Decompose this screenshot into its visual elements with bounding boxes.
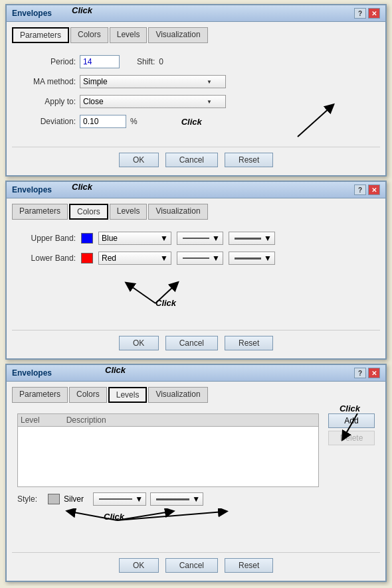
dialog-body-1: Parameters Colors Levels Visualization P… bbox=[7, 22, 385, 175]
ma-method-dropdown[interactable]: Simple ▼ bbox=[80, 75, 226, 88]
style-width-dropdown[interactable]: ▼ bbox=[150, 492, 203, 506]
title-buttons-3: ? ✕ bbox=[354, 368, 380, 378]
svg-line-3 bbox=[70, 512, 117, 520]
title-buttons-1: ? ✕ bbox=[354, 8, 380, 19]
upper-band-line-preview bbox=[183, 238, 209, 239]
add-button[interactable]: Add bbox=[328, 413, 375, 428]
tab-colors-2[interactable]: Colors bbox=[69, 204, 108, 220]
dialog-title-text-1: Envelopes bbox=[12, 9, 52, 18]
tab-colors-1[interactable]: Colors bbox=[70, 27, 108, 43]
ok-button-3[interactable]: OK bbox=[119, 558, 159, 573]
tab-visualization-1[interactable]: Visualization bbox=[148, 27, 207, 43]
upper-band-label: Upper Band: bbox=[23, 234, 76, 243]
ma-method-value: Simple bbox=[83, 77, 108, 86]
upper-band-line-style-dropdown[interactable]: ▼ bbox=[177, 232, 223, 245]
help-button-2[interactable]: ? bbox=[354, 184, 366, 195]
upper-band-swatch bbox=[81, 233, 93, 244]
tab-visualization-3[interactable]: Visualization bbox=[148, 387, 207, 403]
svg-line-1 bbox=[129, 285, 155, 303]
style-width-arrow: ▼ bbox=[192, 494, 200, 504]
style-line-arrow: ▼ bbox=[135, 494, 143, 504]
period-label: Period: bbox=[23, 57, 76, 66]
dialog-envelopes-2: Envelopes ? ✕ Parameters Colors Levels V… bbox=[5, 181, 387, 360]
tab-parameters-1[interactable]: Parameters bbox=[12, 27, 69, 43]
deviation-input[interactable] bbox=[80, 115, 126, 128]
period-input[interactable] bbox=[80, 55, 120, 68]
dialog-title-text-3: Envelopes bbox=[12, 368, 52, 378]
upper-band-width-preview bbox=[235, 238, 261, 240]
percent-label: % bbox=[130, 117, 138, 126]
level-col-header: Level bbox=[21, 415, 40, 425]
ok-button-1[interactable]: OK bbox=[119, 153, 159, 167]
style-label: Style: bbox=[17, 494, 44, 504]
close-button-2[interactable]: ✕ bbox=[368, 184, 380, 195]
tab-levels-3[interactable]: Levels bbox=[108, 387, 147, 403]
click-area-2: Click bbox=[23, 278, 369, 318]
levels-table-header: Level Description bbox=[18, 414, 318, 427]
dialog-envelopes-3: Envelopes ? ✕ Parameters Colors Levels V… bbox=[5, 364, 387, 582]
upper-band-color-dropdown[interactable]: Blue ▼ bbox=[98, 232, 171, 245]
lower-band-color-value: Red bbox=[102, 254, 116, 263]
style-line-style-dropdown[interactable]: ▼ bbox=[93, 492, 146, 506]
tab-visualization-2[interactable]: Visualization bbox=[148, 204, 207, 220]
lower-band-label: Lower Band: bbox=[23, 254, 76, 263]
shift-label: Shift: bbox=[137, 57, 155, 66]
deviation-row: Deviation: % Click bbox=[23, 115, 369, 128]
click-top-2: Click bbox=[72, 182, 92, 192]
apply-to-row: Apply to: Close ▼ bbox=[23, 95, 369, 108]
upper-band-color-value: Blue bbox=[102, 234, 118, 243]
tabs-1: Parameters Colors Levels Visualization bbox=[12, 27, 380, 43]
upper-band-row: Upper Band: Blue ▼ ▼ ▼ bbox=[23, 232, 369, 245]
description-col-header: Description bbox=[66, 415, 106, 425]
lower-band-row: Lower Band: Red ▼ ▼ ▼ bbox=[23, 252, 369, 265]
tab-levels-1[interactable]: Levels bbox=[110, 27, 147, 43]
form-area-1: Period: Shift: 0 MA method: Simple ▼ App… bbox=[12, 48, 380, 141]
apply-to-dropdown[interactable]: Close ▼ bbox=[80, 95, 226, 108]
cancel-button-1[interactable]: Cancel bbox=[165, 153, 218, 167]
lower-band-color-dropdown[interactable]: Red ▼ bbox=[98, 252, 171, 265]
click-add-3: Click bbox=[340, 404, 360, 413]
click-annotation-1: Click bbox=[181, 117, 202, 127]
apply-to-arrow: ▼ bbox=[207, 99, 212, 105]
delete-button[interactable]: Delete bbox=[328, 431, 375, 445]
ma-method-row: MA method: Simple ▼ bbox=[23, 75, 369, 88]
levels-main-row: Level Description Add Delete bbox=[17, 413, 375, 487]
dialog-title-2: Envelopes ? ✕ bbox=[7, 182, 385, 198]
reset-button-1[interactable]: Reset bbox=[225, 153, 273, 167]
deviation-label: Deviation: bbox=[23, 117, 76, 126]
ma-method-arrow: ▼ bbox=[207, 79, 212, 85]
ok-button-2[interactable]: OK bbox=[119, 336, 159, 350]
upper-band-width-dropdown[interactable]: ▼ bbox=[229, 232, 275, 245]
tab-colors-3[interactable]: Colors bbox=[69, 387, 107, 403]
period-row: Period: Shift: 0 bbox=[23, 55, 369, 68]
levels-table: Level Description bbox=[17, 413, 319, 487]
levels-content[interactable] bbox=[18, 427, 318, 486]
colors-form-area: Upper Band: Blue ▼ ▼ ▼ bbox=[12, 225, 380, 325]
shift-value: 0 bbox=[159, 57, 163, 66]
tab-parameters-2[interactable]: Parameters bbox=[12, 204, 68, 220]
click-area-3: Click bbox=[17, 508, 375, 542]
svg-line-5 bbox=[117, 512, 223, 520]
reset-button-3[interactable]: Reset bbox=[225, 558, 273, 573]
tab-levels-2[interactable]: Levels bbox=[110, 204, 147, 220]
help-button-3[interactable]: ? bbox=[354, 368, 366, 378]
lower-band-width-dropdown[interactable]: ▼ bbox=[229, 252, 275, 265]
cancel-button-3[interactable]: Cancel bbox=[165, 558, 218, 573]
close-button-1[interactable]: ✕ bbox=[368, 8, 380, 19]
help-button-1[interactable]: ? bbox=[354, 8, 366, 19]
levels-form-area: Level Description Add Delete bbox=[12, 408, 380, 547]
close-button-3[interactable]: ✕ bbox=[368, 368, 380, 378]
reset-button-2[interactable]: Reset bbox=[225, 336, 273, 350]
ma-method-label: MA method: bbox=[23, 77, 76, 86]
tab-parameters-3[interactable]: Parameters bbox=[12, 387, 68, 403]
upper-band-line-arrow: ▼ bbox=[212, 234, 220, 243]
lower-band-line-style-dropdown[interactable]: ▼ bbox=[177, 252, 223, 265]
lower-band-line-arrow: ▼ bbox=[212, 254, 220, 263]
style-line-preview bbox=[99, 498, 132, 500]
cancel-button-2[interactable]: Cancel bbox=[165, 336, 218, 350]
title-buttons-2: ? ✕ bbox=[354, 184, 380, 195]
style-swatch bbox=[48, 494, 60, 504]
button-row-2: OK Cancel Reset bbox=[12, 330, 380, 353]
click-top-1: Click bbox=[72, 5, 92, 15]
apply-to-value: Close bbox=[83, 97, 104, 106]
